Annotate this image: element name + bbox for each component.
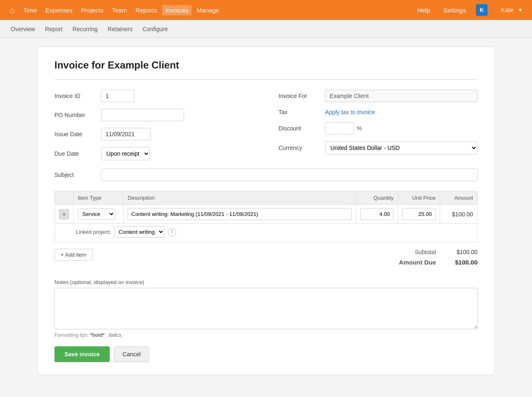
currency-row: Currency United States Dollar - USD Euro…	[278, 141, 478, 154]
issue-date-row: Issue Date	[54, 128, 254, 140]
user-menu[interactable]: Kate ▾	[494, 5, 525, 15]
amount-due-value: $100.00	[444, 259, 478, 266]
invoice-id-row: Invoice ID	[54, 90, 254, 102]
description-cell	[123, 205, 356, 224]
save-invoice-button[interactable]: Save invoice	[54, 346, 110, 362]
nav-invoices[interactable]: Invoices	[162, 5, 192, 15]
po-number-input[interactable]	[101, 109, 184, 121]
nav-settings[interactable]: Settings	[440, 5, 469, 15]
col-quantity: Quantity	[356, 191, 398, 205]
discount-input[interactable]	[325, 122, 354, 135]
col-action	[55, 191, 74, 205]
invoice-form: Invoice ID PO Number Issue Date Due Date…	[54, 90, 478, 160]
page-title: Invoice for Example Client	[54, 59, 478, 71]
due-date-select[interactable]: Upon receipt Net 15 Net 30 Net 60	[101, 147, 150, 160]
invoice-for-row: Invoice For	[278, 90, 478, 102]
user-badge: K	[476, 4, 488, 16]
issue-date-input[interactable]	[101, 128, 151, 140]
currency-label: Currency	[278, 145, 320, 151]
currency-select[interactable]: United States Dollar - USD Euro - EUR Br…	[325, 141, 478, 154]
invoice-id-input[interactable]	[101, 90, 134, 102]
main-content: Invoice for Example Client Invoice ID PO…	[37, 47, 495, 375]
nav-time[interactable]: Time	[20, 5, 40, 15]
cancel-button[interactable]: Cancel	[114, 346, 150, 362]
amount-due-row: Amount Due $100.00	[399, 259, 478, 266]
subnav-overview[interactable]: Overview	[7, 24, 39, 34]
totals-block: Subtotal $100.00 Amount Due $100.00	[399, 249, 478, 269]
notes-textarea[interactable]	[54, 288, 478, 329]
form-right: Invoice For Tax Apply tax to invoice Dis…	[278, 90, 478, 160]
subnav-report[interactable]: Report	[41, 24, 66, 34]
nav-projects[interactable]: Projects	[78, 5, 107, 15]
due-date-label: Due Date	[54, 150, 96, 157]
discount-label: Discount	[278, 125, 320, 132]
percent-label: %	[357, 125, 362, 132]
invoice-id-label: Invoice ID	[54, 93, 96, 99]
po-number-label: PO Number	[54, 112, 96, 118]
action-buttons: Save invoice Cancel	[54, 346, 478, 362]
notes-section: Notes (optional, displayed on invoice) F…	[54, 279, 478, 338]
home-nav-item[interactable]: ⌂	[7, 4, 18, 17]
nav-manage[interactable]: Manage	[193, 5, 222, 15]
amount-cell: $100.00	[440, 205, 478, 224]
due-date-row: Due Date Upon receipt Net 15 Net 30 Net …	[54, 147, 254, 160]
tax-row: Tax Apply tax to invoice	[278, 109, 478, 115]
quantity-cell	[356, 205, 398, 224]
description-input[interactable]	[128, 208, 352, 220]
quantity-input[interactable]	[360, 208, 394, 220]
form-left: Invoice ID PO Number Issue Date Due Date…	[54, 90, 254, 160]
linked-project-label: Linked project:	[76, 229, 111, 235]
subtotal-label: Subtotal	[415, 249, 436, 255]
linked-project-inline: Linked project: Content writing Other pr…	[76, 226, 473, 238]
subject-input[interactable]	[101, 169, 478, 181]
apply-tax-link[interactable]: Apply tax to invoice	[325, 109, 375, 115]
remove-item-button[interactable]: ×	[59, 209, 69, 219]
amount-due-label: Amount Due	[399, 259, 436, 266]
unit-price-cell	[398, 205, 440, 224]
tax-label: Tax	[278, 109, 320, 115]
subnav-retainers[interactable]: Retainers	[103, 24, 137, 34]
issue-date-label: Issue Date	[54, 131, 96, 137]
invoice-for-label: Invoice For	[278, 93, 320, 99]
notes-label: Notes (optional, displayed on invoice)	[54, 279, 478, 285]
discount-row: Discount %	[278, 122, 478, 135]
col-item-type: Item Type	[74, 191, 123, 205]
remove-cell: ×	[55, 205, 74, 224]
table-header-row: Item Type Description Quantity Unit Pric…	[55, 191, 478, 205]
invoice-for-input[interactable]	[325, 90, 478, 102]
linked-project-select[interactable]: Content writing Other project	[114, 226, 165, 238]
type-cell: Service Product Expense	[74, 205, 123, 224]
po-number-row: PO Number	[54, 109, 254, 121]
table-row: × Service Product Expense	[55, 205, 478, 224]
col-amount: Amount	[440, 191, 478, 205]
line-items-table: Item Type Description Quantity Unit Pric…	[54, 191, 478, 242]
subject-label: Subject	[54, 172, 96, 178]
item-type-select[interactable]: Service Product Expense	[78, 208, 115, 220]
linked-project-row: Linked project: Content writing Other pr…	[55, 224, 478, 242]
add-item-button[interactable]: + Add item	[54, 249, 93, 261]
nav-right: Help Settings K Kate ▾	[414, 4, 525, 16]
nav-left: ⌂ Time Expenses Projects Team Reports In…	[7, 4, 414, 17]
bottom-section: + Add item Subtotal $100.00 Amount Due $…	[54, 249, 478, 269]
divider	[54, 79, 478, 80]
unit-price-input[interactable]	[402, 208, 436, 220]
top-navigation: ⌂ Time Expenses Projects Team Reports In…	[0, 0, 532, 20]
subtotal-value: $100.00	[444, 249, 478, 255]
discount-inputs: %	[325, 122, 362, 135]
col-unit-price: Unit Price	[398, 191, 440, 205]
nav-team[interactable]: Team	[108, 5, 131, 15]
formatting-tips: Formatting tips: *bold* _italics_	[54, 332, 478, 338]
subtotal-row: Subtotal $100.00	[399, 249, 478, 255]
nav-reports[interactable]: Reports	[132, 5, 161, 15]
help-icon[interactable]: ?	[168, 228, 176, 236]
nav-expenses[interactable]: Expenses	[42, 5, 76, 15]
linked-project-cell: Linked project: Content writing Other pr…	[55, 224, 478, 242]
sub-navigation: Overview Report Recurring Retainers Conf…	[0, 20, 532, 38]
subnav-recurring[interactable]: Recurring	[68, 24, 102, 34]
nav-help[interactable]: Help	[414, 5, 433, 15]
subnav-configure[interactable]: Configure	[138, 24, 172, 34]
subject-row: Subject	[54, 169, 478, 181]
col-description: Description	[123, 191, 356, 205]
